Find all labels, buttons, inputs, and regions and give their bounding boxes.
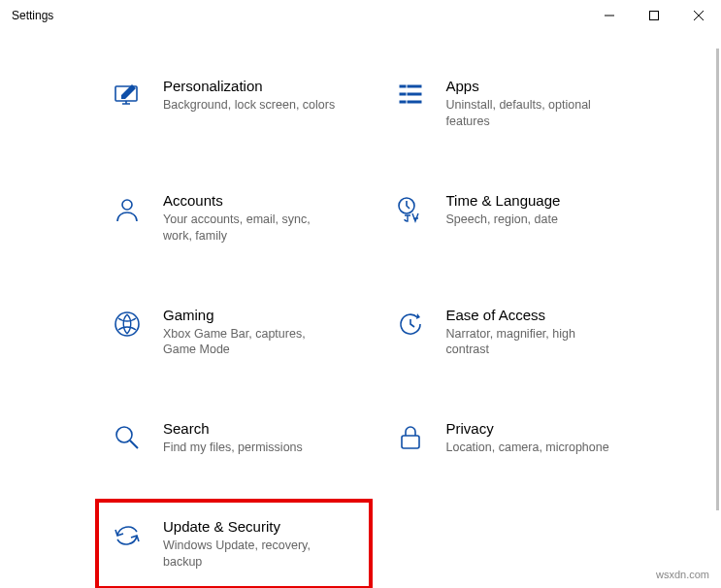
minimize-button[interactable] (587, 0, 632, 31)
tile-heading: Accounts (163, 192, 357, 209)
tile-heading: Search (163, 420, 357, 437)
settings-grid: Personalization Background, lock screen,… (107, 70, 643, 578)
tile-apps[interactable]: Apps Uninstall, defaults, optional featu… (390, 70, 644, 138)
tile-personalization[interactable]: Personalization Background, lock screen,… (107, 70, 361, 138)
gaming-icon (111, 309, 144, 342)
tile-heading: Apps (446, 78, 640, 94)
watermark: wsxdn.com (656, 569, 709, 580)
accounts-icon (111, 194, 144, 227)
titlebar: Settings (0, 0, 721, 31)
tile-sub: Find my files, permissions (163, 440, 338, 456)
scrollbar[interactable] (716, 49, 719, 510)
tile-text: Search Find my files, permissions (163, 420, 357, 456)
svg-point-2 (122, 200, 132, 210)
tile-sub: Windows Update, recovery, backup (163, 538, 338, 571)
maximize-icon (649, 11, 659, 20)
tile-sub: Speech, region, date (446, 212, 621, 228)
tile-heading: Update & Security (163, 518, 357, 535)
close-button[interactable] (676, 0, 721, 31)
close-icon (694, 11, 704, 20)
update-security-icon (111, 520, 144, 553)
window-title: Settings (12, 9, 53, 22)
maximize-button[interactable] (632, 0, 676, 31)
tile-sub: Xbox Game Bar, captures, Game Mode (163, 326, 338, 359)
apps-icon (394, 80, 427, 113)
tile-update-security[interactable]: Update & Security Windows Update, recove… (107, 510, 361, 578)
svg-point-4 (115, 312, 139, 336)
svg-rect-6 (402, 436, 419, 448)
settings-content: Personalization Background, lock screen,… (0, 31, 721, 578)
search-icon (111, 422, 144, 455)
tile-sub: Narrator, magnifier, high contrast (446, 326, 621, 359)
tile-heading: Gaming (163, 307, 357, 323)
tile-heading: Privacy (446, 420, 640, 437)
tile-text: Personalization Background, lock screen,… (163, 78, 357, 114)
tile-time-language[interactable]: Time & Language Speech, region, date (390, 184, 644, 252)
tile-text: Privacy Location, camera, microphone (446, 420, 640, 456)
tile-text: Accounts Your accounts, email, sync, wor… (163, 192, 357, 245)
ease-of-access-icon (394, 309, 427, 342)
tile-accounts[interactable]: Accounts Your accounts, email, sync, wor… (107, 184, 361, 252)
privacy-icon (394, 422, 427, 455)
time-language-icon (394, 194, 427, 227)
tile-gaming[interactable]: Gaming Xbox Game Bar, captures, Game Mod… (107, 299, 361, 367)
tile-text: Ease of Access Narrator, magnifier, high… (446, 307, 640, 359)
tile-search[interactable]: Search Find my files, permissions (107, 412, 361, 464)
tile-text: Time & Language Speech, region, date (446, 192, 640, 228)
tile-sub: Uninstall, defaults, optional features (446, 97, 621, 130)
personalization-icon (111, 80, 144, 113)
tile-sub: Your accounts, email, sync, work, family (163, 212, 338, 245)
tile-ease-of-access[interactable]: Ease of Access Narrator, magnifier, high… (390, 299, 644, 367)
tile-text: Update & Security Windows Update, recove… (163, 518, 357, 571)
tile-heading: Time & Language (446, 192, 640, 209)
window-controls (587, 0, 721, 31)
tile-sub: Background, lock screen, colors (163, 97, 338, 114)
svg-rect-0 (650, 12, 659, 20)
tile-text: Apps Uninstall, defaults, optional featu… (446, 78, 640, 130)
svg-point-5 (116, 427, 132, 442)
tile-heading: Ease of Access (446, 307, 640, 323)
tile-sub: Location, camera, microphone (446, 440, 621, 456)
minimize-icon (605, 11, 614, 20)
tile-heading: Personalization (163, 78, 357, 94)
tile-text: Gaming Xbox Game Bar, captures, Game Mod… (163, 307, 357, 359)
tile-privacy[interactable]: Privacy Location, camera, microphone (390, 412, 644, 464)
